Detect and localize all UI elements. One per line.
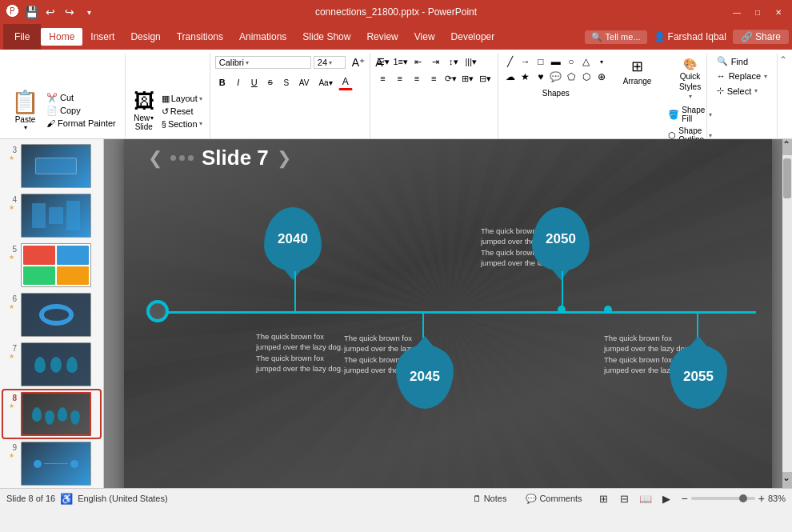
shape-oval[interactable]: ○	[564, 54, 578, 69]
arrange-button[interactable]: ⊞ Arrange	[618, 54, 657, 89]
menu-slideshow[interactable]: Slide Show	[294, 28, 358, 46]
scrollbar-thumb[interactable]	[783, 158, 791, 198]
font-name-dropdown[interactable]: Calibri ▾	[215, 56, 311, 69]
bold-button[interactable]: B	[215, 76, 230, 89]
menu-design[interactable]: Design	[122, 28, 168, 46]
normal-view-btn[interactable]: ⊞	[595, 490, 613, 507]
menu-animations[interactable]: Animations	[231, 28, 294, 46]
justify-btn[interactable]: ≡	[426, 71, 442, 86]
align-center-btn[interactable]: ≡	[392, 71, 407, 86]
replace-arrow[interactable]: ▾	[764, 73, 767, 80]
scrollbar-down-btn[interactable]: ⌄	[782, 472, 792, 488]
text-dir-btn[interactable]: ⟳▾	[443, 71, 458, 86]
char-spacing-btn[interactable]: AV	[295, 77, 314, 89]
section-button[interactable]: § Section ▾	[159, 118, 205, 130]
copy-button[interactable]: 📄 Copy	[44, 105, 118, 117]
slide-sorter-btn[interactable]: ⊟	[616, 490, 634, 507]
minimize-btn[interactable]: —	[730, 5, 744, 19]
shape-hex[interactable]: ⬡	[579, 70, 594, 84]
italic-button[interactable]: I	[231, 76, 246, 89]
menu-view[interactable]: View	[406, 28, 443, 46]
shape-pentagon[interactable]: ⬠	[564, 70, 578, 84]
underline-button[interactable]: U	[247, 76, 262, 89]
slide-thumb-4[interactable]: 4 ★	[3, 192, 100, 239]
decrease-indent-btn[interactable]: ⇤	[410, 54, 426, 69]
slide-thumb-9[interactable]: 9 ★	[3, 440, 100, 487]
font-increase-btn[interactable]: A⁺	[348, 54, 369, 70]
scrollbar-up-btn[interactable]: ⌃	[782, 139, 792, 155]
align-left-btn[interactable]: ≡	[375, 71, 390, 86]
notes-button[interactable]: 🗒 Notes	[466, 492, 514, 505]
select-arrow[interactable]: ▾	[754, 87, 758, 94]
strikethrough-button[interactable]: S	[263, 77, 278, 88]
select-button[interactable]: ⊹ Select ▾	[712, 84, 772, 98]
left-arrow[interactable]: ❮	[148, 148, 162, 169]
cut-button[interactable]: ✂️ Cut	[44, 92, 118, 104]
change-case-btn[interactable]: Aa▾	[314, 77, 336, 89]
menu-insert[interactable]: Insert	[82, 28, 122, 46]
shape-line[interactable]: ╱	[503, 54, 518, 69]
zoom-slider[interactable]	[691, 497, 755, 500]
zoom-in-btn[interactable]: +	[758, 492, 765, 505]
shapes-more[interactable]: ▾	[594, 54, 609, 69]
close-btn[interactable]: ✕	[771, 5, 786, 19]
reset-button[interactable]: ↺ Reset	[159, 106, 205, 118]
slide-thumb-5[interactable]: 5 ★	[3, 242, 100, 289]
paste-dropdown[interactable]: ▾	[24, 124, 27, 131]
shape-box[interactable]: □	[534, 54, 548, 69]
shape-extra[interactable]: ⊕	[594, 70, 609, 84]
comments-button[interactable]: 💬 Comments	[519, 492, 588, 506]
tell-me-search[interactable]: 🔍 Tell me...	[585, 30, 647, 44]
customize-btn[interactable]: ▾	[82, 5, 96, 19]
quick-styles-arrow[interactable]: ▾	[689, 93, 692, 100]
shape-heart[interactable]: ♥	[534, 70, 548, 84]
reading-view-btn[interactable]: 📖	[637, 490, 654, 507]
slide-thumb-6[interactable]: 6 ★	[3, 291, 100, 338]
slide-canvas[interactable]: ❮ Slide 7 ❯ 2040	[124, 139, 772, 488]
menu-review[interactable]: Review	[358, 28, 406, 46]
share-btn[interactable]: 🔗 Share	[733, 30, 789, 44]
align-text-btn[interactable]: ⊞▾	[460, 71, 475, 86]
slideshow-btn[interactable]: ▶	[658, 490, 675, 507]
increase-indent-btn[interactable]: ⇥	[428, 54, 444, 69]
undo-btn[interactable]: ↩	[43, 5, 58, 19]
numbering-btn[interactable]: 1≡▾	[393, 54, 409, 69]
menu-developer[interactable]: Developer	[443, 28, 503, 46]
layout-button[interactable]: ▦ Layout ▾	[159, 93, 205, 105]
user-name[interactable]: 👤 Farshad Iqbal	[654, 31, 726, 42]
shape-cloud[interactable]: ☁	[503, 70, 518, 84]
shape-rect[interactable]: ▬	[549, 54, 563, 69]
zoom-out-btn[interactable]: −	[682, 492, 688, 505]
slide-thumb-8[interactable]: 8 ★	[3, 390, 100, 438]
maximize-btn[interactable]: □	[750, 5, 765, 19]
menu-transitions[interactable]: Transitions	[169, 28, 231, 46]
scrollbar-track[interactable]	[782, 155, 792, 472]
shape-callout[interactable]: 💬	[549, 70, 563, 84]
new-slide-button[interactable]: 🖼 New ▾ Slide	[130, 87, 158, 133]
bullets-btn[interactable]: ☰▾	[375, 54, 391, 69]
shapes-button[interactable]: Shapes	[503, 86, 609, 101]
slide-editor-scrollbar[interactable]: ⌃ ⌄	[782, 139, 792, 488]
redo-btn[interactable]: ↪	[62, 5, 77, 19]
menu-home[interactable]: Home	[41, 28, 82, 46]
shape-arrow[interactable]: →	[518, 54, 533, 69]
collapse-icon[interactable]: ⌃	[779, 54, 787, 66]
right-arrow[interactable]: ❯	[277, 148, 291, 169]
shape-star[interactable]: ★	[518, 70, 533, 84]
shadow-button[interactable]: S	[279, 77, 294, 89]
menu-file[interactable]: File	[3, 24, 41, 50]
font-size-dropdown[interactable]: 24 ▾	[314, 56, 346, 69]
new-slide-arrow[interactable]: ▾	[150, 114, 154, 122]
paste-button[interactable]: 📋 Paste ▾	[8, 87, 42, 133]
line-spacing-btn[interactable]: ↕▾	[446, 54, 462, 69]
format-painter-button[interactable]: 🖌 Format Painter	[44, 118, 118, 129]
columns-btn[interactable]: |||▾	[463, 54, 479, 69]
replace-button[interactable]: ↔ Replace ▾	[712, 70, 772, 82]
smartart-btn[interactable]: ⊟▾	[477, 71, 492, 86]
find-button[interactable]: 🔍 Find	[712, 54, 772, 68]
shape-triangle[interactable]: △	[579, 54, 594, 69]
font-color-btn[interactable]: A	[338, 74, 353, 90]
slide-thumb-3[interactable]: 3 ★	[3, 142, 100, 190]
save-btn[interactable]: 💾	[24, 5, 38, 19]
align-right-btn[interactable]: ≡	[409, 71, 424, 86]
